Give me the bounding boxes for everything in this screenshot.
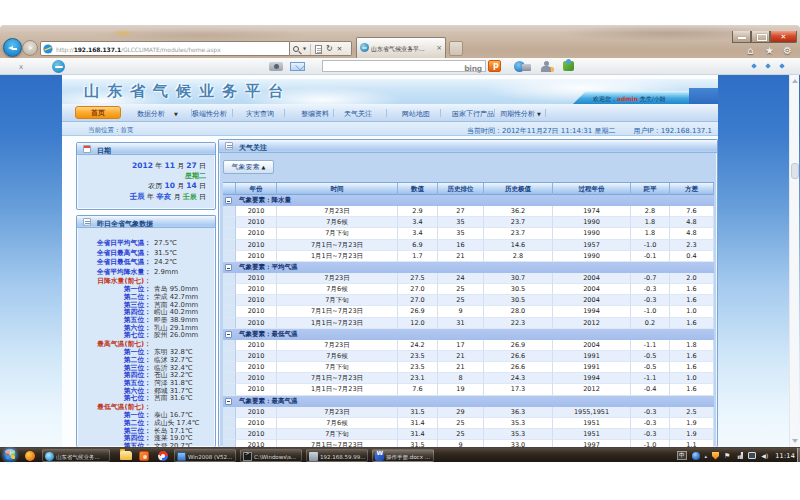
bing-search-input[interactable]: bing — [322, 60, 486, 72]
table-row[interactable]: 20101月1日~7月23日7.61917.32012-0.41.6 — [223, 384, 714, 395]
table-group-row[interactable]: 气象要素：降水量 — [223, 195, 714, 206]
scroll-down-icon[interactable] — [792, 439, 798, 443]
menu-item-1[interactable]: 首页 — [75, 106, 121, 119]
menu-item-3[interactable]: 极端性分析 — [192, 109, 227, 119]
search-dropdown-icon[interactable]: ▼ — [303, 43, 306, 55]
menu-item-5[interactable]: 整编资料 — [301, 109, 329, 119]
camera-icon[interactable] — [269, 62, 283, 71]
column-header[interactable]: 距平 — [631, 183, 670, 195]
taskbar-button-2[interactable]: C:\Windows\s... — [240, 449, 302, 462]
maximize-button[interactable] — [751, 31, 770, 43]
element-filter-button[interactable]: 气象要素▲ — [223, 160, 274, 174]
tab-close-icon[interactable]: × — [436, 44, 442, 52]
table-cell: 27.5 — [398, 273, 438, 284]
table-row[interactable]: 20107月1日~7月23日23.1824.31994-1.11.0 — [223, 373, 714, 384]
menu-item-9[interactable]: 周期性分析▼ — [500, 109, 541, 119]
menu-item-8[interactable]: 国家下行产品 — [452, 109, 494, 119]
compat-page-icon[interactable] — [315, 45, 322, 54]
taskbar-button-3[interactable]: 192.168.59.99... — [306, 449, 368, 462]
group-collapse-icon[interactable] — [225, 331, 232, 338]
tray-expand-icon[interactable]: ▴ — [705, 451, 708, 461]
table-row[interactable]: 20107月23日2.92736.219742.87.6 — [223, 206, 714, 217]
menu-item-2[interactable]: 数据分析▼ — [137, 109, 178, 119]
group-collapse-icon[interactable] — [225, 197, 232, 204]
table-cell: 24 — [438, 273, 484, 284]
clock[interactable]: 11:14 — [775, 452, 795, 460]
taskbar-button-4[interactable]: 操作手册.docx ... — [372, 449, 434, 462]
taskbar-button-1[interactable]: Win2008 (V52... — [174, 449, 236, 462]
table-row[interactable]: 20101月1日~7月23日12.03122.320120.21.6 — [223, 318, 714, 329]
orange-app-icon[interactable] — [139, 451, 149, 461]
table-group-row[interactable]: 气象要素：平均气温 — [223, 262, 714, 273]
column-header[interactable]: 历史排位 — [438, 183, 484, 195]
new-tab-button[interactable] — [449, 41, 463, 56]
menu-item-4[interactable]: 灾害查询 — [246, 109, 274, 119]
table-row[interactable]: 20107月下旬31.42535.31951-0.31.9 — [223, 429, 714, 440]
column-header[interactable]: 年份 — [236, 183, 277, 195]
address-bar[interactable]: http://192.168.137.1/GLCCLIMATE/modules/… — [40, 41, 290, 56]
column-header[interactable]: 历史极值 — [484, 183, 553, 195]
display-icon[interactable] — [748, 452, 756, 459]
page-scrollbar[interactable] — [789, 75, 799, 447]
toolbar-logo-icon[interactable] — [52, 60, 65, 73]
stop-icon[interactable]: ✕ — [337, 43, 342, 55]
close-button[interactable] — [770, 31, 797, 43]
table-row[interactable]: 20107月23日24.21726.92004-1.11.8 — [223, 340, 714, 351]
table-cell: 2010 — [236, 228, 277, 239]
table-row[interactable]: 20107月1日~7月23日6.91614.61957-1.02.3 — [223, 240, 714, 251]
column-header[interactable]: 数值 — [398, 183, 438, 195]
table-row[interactable]: 20107月1日~7月23日31.5933.01997-1.01.1 — [223, 440, 714, 447]
addons-puzzle-icon[interactable] — [563, 61, 574, 71]
minimize-button[interactable] — [732, 31, 751, 43]
browser-tab[interactable]: 山东省气候业务平... × — [356, 37, 446, 58]
taskbar-ie-button[interactable]: 山东省气候业务... — [42, 449, 110, 462]
table-row[interactable]: 20107月下旬27.02530.52004-0.31.6 — [223, 295, 714, 306]
table-row[interactable]: 20107月6候31.42535.31951-0.31.9 — [223, 418, 714, 429]
table-group-row[interactable]: 气象要素：最低气温 — [223, 329, 714, 340]
menu-item-7[interactable]: 网站地图 — [402, 109, 430, 119]
table-row[interactable]: 20107月6候23.52126.61991-0.51.6 — [223, 351, 714, 362]
folder-icon[interactable] — [120, 451, 132, 460]
group-collapse-icon[interactable] — [225, 398, 232, 405]
refresh-icon[interactable]: ↻ — [326, 43, 333, 55]
table-row[interactable]: 20101月1日~7月23日1.7212.81990-0.10.4 — [223, 251, 714, 262]
column-header[interactable]: 过程年份 — [553, 183, 631, 195]
column-header[interactable]: 时间 — [277, 183, 398, 195]
network-icon[interactable] — [735, 452, 743, 459]
action-center-flag-icon[interactable]: ⚑ — [724, 451, 730, 461]
favorites-star-icon[interactable]: ★ — [765, 45, 776, 56]
search-icon[interactable] — [293, 46, 299, 52]
date-line-2: 星期二 — [77, 171, 206, 181]
home-icon[interactable]: ⌂ — [747, 45, 758, 56]
table-row[interactable]: 20107月6候27.02530.52004-0.31.6 — [223, 284, 714, 295]
volume-icon[interactable]: ◀) — [761, 451, 768, 461]
table-row[interactable]: 20107月1日~7月23日26.9928.01994-1.01.0 — [223, 306, 714, 317]
column-header[interactable]: 方差 — [670, 183, 714, 195]
toolbar-close-icon[interactable]: x — [19, 63, 23, 71]
media-player-icon[interactable] — [158, 451, 168, 461]
menu-item-6[interactable]: 天气关注 — [344, 109, 372, 119]
scroll-thumb[interactable] — [791, 163, 799, 179]
tray-shield-icon[interactable] — [712, 452, 719, 460]
tray-app-icon[interactable] — [692, 452, 700, 460]
photos-icon[interactable] — [514, 61, 525, 72]
table-row[interactable]: 20107月23日31.52936.31955,1951-0.32.5 — [223, 407, 714, 418]
people-icon[interactable] — [541, 61, 551, 72]
bing-search-button[interactable] — [488, 60, 501, 72]
start-button[interactable] — [3, 448, 17, 462]
table-group-row[interactable]: 气象要素：最高气温 — [223, 396, 714, 407]
settings-gear-icon[interactable]: ⚙ — [783, 45, 794, 56]
pinned-app-icon[interactable] — [25, 451, 35, 461]
table-row[interactable]: 20107月6候3.43523.719901.84.8 — [223, 217, 714, 228]
back-button[interactable] — [3, 38, 22, 57]
mail-icon[interactable] — [290, 62, 305, 71]
scroll-up-icon[interactable] — [792, 79, 798, 83]
weather-row: 第七位：莒南 31.6℃ — [77, 395, 215, 403]
forward-button[interactable] — [22, 40, 38, 56]
group-collapse-icon[interactable] — [225, 264, 232, 271]
table-row[interactable]: 20107月下旬23.52126.61991-0.51.6 — [223, 362, 714, 373]
ime-indicator[interactable]: 中 — [677, 451, 687, 460]
table-row[interactable]: 20107月下旬3.43523.719901.84.8 — [223, 228, 714, 239]
table-row[interactable]: 20107月23日27.52430.72004-0.72.0 — [223, 273, 714, 284]
toolbar-more-icon[interactable] — [752, 64, 784, 68]
